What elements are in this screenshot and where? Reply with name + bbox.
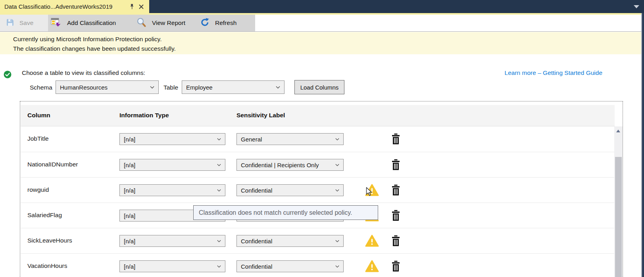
policy-warning-icon[interactable] xyxy=(365,235,379,247)
load-columns-button[interactable]: Load Columns xyxy=(294,80,344,94)
chevron-down-icon xyxy=(150,86,154,89)
chevron-down-icon xyxy=(335,240,339,243)
delete-classification-icon[interactable] xyxy=(391,159,400,170)
banner-line-1: Currently using Microsoft Information Pr… xyxy=(13,34,176,44)
chevron-down-icon xyxy=(217,265,221,268)
scroll-up-icon[interactable] xyxy=(616,130,620,132)
save-button[interactable]: Save xyxy=(6,15,33,31)
chevron-down-icon xyxy=(217,240,221,243)
chevron-down-icon xyxy=(217,138,221,141)
sensitivity-dropdown[interactable]: General xyxy=(236,133,344,145)
banner-line-2: The classification changes have been upd… xyxy=(13,44,176,53)
info-type-dropdown[interactable]: [n/a] xyxy=(119,133,225,145)
row-column-name: rowguid xyxy=(27,186,49,193)
status-banner: Currently using Microsoft Information Pr… xyxy=(0,32,641,54)
table-label: Table xyxy=(163,84,178,91)
table-row: rowguid [n/a] Confidential xyxy=(21,177,615,202)
scrollbar-thumb[interactable] xyxy=(615,157,622,277)
refresh-label: Refresh xyxy=(215,19,236,27)
sensitivity-dropdown[interactable]: Confidential | Recipients Only xyxy=(236,159,344,171)
view-report-label: View Report xyxy=(152,19,185,27)
chevron-down-icon xyxy=(335,164,339,166)
save-icon xyxy=(6,19,14,28)
table-row: JobTitle [n/a] General xyxy=(21,126,615,152)
info-type-dropdown[interactable]: [n/a] xyxy=(119,235,225,247)
chevron-down-icon xyxy=(276,86,280,89)
refresh-button[interactable]: Refresh xyxy=(200,15,236,31)
grid-header-row: Column Information Type Sensitivity Labe… xyxy=(21,105,615,126)
table-row: VacationHours [n/a] Confidential xyxy=(21,253,615,277)
policy-warning-tooltip: Classification does not match currently … xyxy=(193,205,378,220)
delete-classification-icon[interactable] xyxy=(391,261,400,272)
info-type-dropdown[interactable]: [n/a] xyxy=(119,159,225,171)
save-label: Save xyxy=(19,19,33,27)
close-icon[interactable] xyxy=(137,3,145,11)
toolbar: Save Add Classification View Report Refr… xyxy=(0,15,641,32)
chevron-down-icon xyxy=(335,138,339,141)
delete-classification-icon[interactable] xyxy=(391,134,400,145)
instruction-text: Choose a table to view its classified co… xyxy=(22,69,145,76)
row-column-name: JobTitle xyxy=(27,135,49,142)
delete-classification-icon[interactable] xyxy=(391,185,400,196)
policy-warning-icon[interactable] xyxy=(365,260,379,273)
chevron-down-icon xyxy=(335,265,339,268)
table-dropdown[interactable]: Employee xyxy=(182,80,285,94)
document-tab[interactable]: Data Classificatio...AdventureWorks2019 xyxy=(0,0,149,13)
add-classification-icon xyxy=(51,17,62,29)
sensitivity-dropdown[interactable]: Confidential xyxy=(236,260,344,272)
add-classification-label: Add Classification xyxy=(67,19,116,27)
table-row: NationalIDNumber [n/a] Confidential | Re… xyxy=(21,152,615,177)
header-sensitivity: Sensitivity Label xyxy=(236,112,285,119)
view-report-button[interactable]: View Report xyxy=(136,15,185,31)
learn-more-link[interactable]: Learn more – Getting Started Guide xyxy=(505,69,602,76)
success-check-icon xyxy=(4,71,12,80)
mouse-cursor xyxy=(366,187,373,198)
sensitivity-dropdown[interactable]: Confidential xyxy=(236,235,344,247)
view-report-icon xyxy=(136,17,146,29)
grid-rows: JobTitle [n/a] General NationalIDNumber … xyxy=(21,126,615,277)
header-column: Column xyxy=(27,112,50,119)
sensitivity-dropdown[interactable]: Confidential xyxy=(236,184,344,196)
schema-label: Schema xyxy=(30,84,52,91)
classification-grid: Column Information Type Sensitivity Labe… xyxy=(20,101,623,277)
data-classification-window: Data Classificatio...AdventureWorks2019 … xyxy=(0,0,644,277)
vertical-scrollbar[interactable] xyxy=(614,126,623,277)
chevron-down-icon xyxy=(335,189,339,192)
document-tab-bar: Data Classificatio...AdventureWorks2019 xyxy=(0,0,644,13)
info-type-dropdown[interactable]: [n/a] xyxy=(119,184,225,196)
tab-title: Data Classificatio...AdventureWorks2019 xyxy=(4,3,126,10)
chevron-down-icon xyxy=(217,164,221,166)
refresh-icon xyxy=(200,18,210,29)
header-info-type: Information Type xyxy=(119,112,169,119)
add-classification-button[interactable]: Add Classification xyxy=(51,15,116,31)
window-edge-strip xyxy=(641,13,644,277)
delete-classification-icon[interactable] xyxy=(391,210,400,221)
tab-list-dropdown-icon[interactable] xyxy=(634,5,639,8)
delete-classification-icon[interactable] xyxy=(391,235,400,246)
schema-dropdown[interactable]: HumanResources xyxy=(56,80,159,94)
row-column-name: SickLeaveHours xyxy=(27,237,72,244)
row-column-name: SalariedFlag xyxy=(27,212,62,219)
info-type-dropdown[interactable]: [n/a] xyxy=(119,260,225,272)
row-column-name: NationalIDNumber xyxy=(27,161,78,168)
chevron-down-icon xyxy=(217,189,221,192)
pin-icon[interactable] xyxy=(128,3,136,11)
table-row: SickLeaveHours [n/a] Confidential xyxy=(21,228,615,253)
row-column-name: VacationHours xyxy=(27,262,67,269)
